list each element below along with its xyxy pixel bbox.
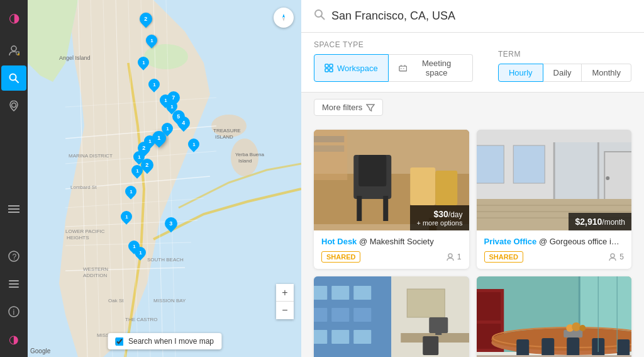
sidebar: ◑ 🔒 ? i ◑ xyxy=(0,0,28,357)
svg-rect-103 xyxy=(353,286,371,300)
svg-rect-105 xyxy=(331,308,349,322)
listing-info-1: Hot Desk @ Makeshift Society SHARED 1 xyxy=(314,230,469,269)
svg-rect-123 xyxy=(477,292,501,320)
sidebar-location[interactable] xyxy=(1,93,26,118)
monthly-label: Monthly xyxy=(592,68,621,77)
map-pin[interactable]: 1 xyxy=(138,57,149,68)
listing-highlight-2: Private Office xyxy=(484,237,537,246)
svg-line-57 xyxy=(321,16,325,20)
map-pin[interactable]: 1 xyxy=(131,165,143,176)
svg-marker-67 xyxy=(367,105,374,111)
svg-text:MISSION BAY: MISSION BAY xyxy=(153,298,186,303)
space-type-label: Space type xyxy=(314,40,473,49)
price-sub-1: + more options xyxy=(416,219,462,227)
svg-text:TREASURE: TREASURE xyxy=(213,128,241,133)
map-pin[interactable]: 1 xyxy=(121,211,132,222)
monthly-filter-btn[interactable]: Monthly xyxy=(582,64,631,82)
sidebar-list[interactable] xyxy=(1,271,26,297)
google-logo: Google xyxy=(30,348,50,354)
right-panel: Space type Workspace Meeting space Term … xyxy=(301,0,644,357)
daily-filter-btn[interactable]: Daily xyxy=(543,64,582,82)
svg-rect-59 xyxy=(330,64,333,67)
sidebar-logo-bottom[interactable]: ◑ xyxy=(1,327,26,352)
map-pin[interactable]: 1 xyxy=(162,123,173,134)
svg-text:SOUTH BEACH: SOUTH BEACH xyxy=(147,257,184,263)
svg-rect-104 xyxy=(314,308,327,322)
listing-card-1[interactable]: $30/day + more options Hot Desk @ Makesh… xyxy=(314,130,469,269)
svg-rect-73 xyxy=(383,196,388,221)
listing-card-4[interactable]: $50/hour Meeting Room @ Downtown Confere… xyxy=(477,276,632,357)
compass-button[interactable] xyxy=(274,8,294,28)
location-search-input[interactable] xyxy=(331,9,631,23)
map-pin[interactable]: 1 xyxy=(188,139,199,150)
sidebar-menu[interactable] xyxy=(1,196,26,222)
space-type-options: Workspace Meeting space xyxy=(314,54,473,82)
workspace-filter-btn[interactable]: Workspace xyxy=(314,54,389,82)
map-pin[interactable]: 1 xyxy=(148,79,160,90)
search-when-move-checkbox[interactable]: Search when I move map xyxy=(108,333,221,349)
more-filters-bar: More filters xyxy=(301,93,644,122)
svg-rect-114 xyxy=(435,332,441,335)
svg-line-4 xyxy=(16,80,19,83)
search-icon xyxy=(314,9,325,23)
svg-rect-133 xyxy=(564,330,582,337)
search-move-label[interactable]: Search when I move map xyxy=(128,337,214,346)
listing-rest-1: @ Makeshift Society xyxy=(359,237,434,246)
term-label: Term xyxy=(498,50,631,59)
hourly-label: Hourly xyxy=(509,68,533,77)
listing-capacity-1: 1 xyxy=(446,252,462,261)
zoom-in-button[interactable]: + xyxy=(276,284,294,302)
filters-bar: Space type Workspace Meeting space Term … xyxy=(301,33,644,93)
listing-card-3[interactable]: $30/hour Coworking @ SoMa Space SHARED 3 xyxy=(314,276,469,357)
listing-card-2[interactable]: $2,910/month Private Office @ Gorgeous o… xyxy=(477,130,632,269)
svg-rect-130 xyxy=(567,337,579,357)
more-filters-button[interactable]: More filters xyxy=(314,99,383,116)
map-pin[interactable]: 2 xyxy=(140,13,152,25)
svg-text:Angel Island: Angel Island xyxy=(59,55,91,61)
listing-info-2: Private Office @ Gorgeous office in Hist… xyxy=(477,230,632,269)
svg-point-98 xyxy=(611,254,614,258)
zoom-out-button[interactable]: − xyxy=(276,302,294,319)
svg-point-21 xyxy=(231,139,258,176)
svg-text:Yerba Buena: Yerba Buena xyxy=(235,152,265,157)
svg-text:MARINA DISTRICT: MARINA DISTRICT xyxy=(69,153,113,159)
svg-rect-132 xyxy=(617,339,630,357)
listing-image-2: $2,910/month xyxy=(477,130,632,230)
svg-rect-79 xyxy=(314,145,344,152)
sidebar-info[interactable]: i xyxy=(1,299,26,324)
meeting-space-filter-btn[interactable]: Meeting space xyxy=(389,54,473,82)
listing-image-1: $30/day + more options xyxy=(314,130,469,230)
listing-rest-2: @ Gorgeous office in Histo... xyxy=(539,237,624,246)
svg-text:🔒: 🔒 xyxy=(17,52,20,56)
map-pin[interactable]: 1 xyxy=(135,247,146,258)
sidebar-search[interactable] xyxy=(1,65,26,91)
svg-marker-54 xyxy=(282,14,285,18)
search-move-input[interactable] xyxy=(115,337,123,346)
svg-point-0 xyxy=(11,46,16,51)
svg-text:ADDITION: ADDITION xyxy=(83,273,107,278)
listing-highlight-1: Hot Desk xyxy=(321,237,357,246)
svg-rect-109 xyxy=(353,330,371,344)
svg-rect-115 xyxy=(423,336,438,355)
svg-rect-113 xyxy=(429,317,448,333)
svg-text:Island: Island xyxy=(238,158,252,164)
map-pin[interactable]: 4 xyxy=(177,116,190,129)
map-container[interactable]: Angel Island TREASURE ISLAND Yerba Buena… xyxy=(28,0,301,357)
svg-rect-11 xyxy=(9,280,19,281)
hourly-filter-btn[interactable]: Hourly xyxy=(498,64,543,82)
meeting-space-label: Meeting space xyxy=(411,59,462,77)
svg-point-135 xyxy=(572,322,580,331)
svg-rect-101 xyxy=(314,286,327,300)
svg-text:LOWER PACIFIC: LOWER PACIFIC xyxy=(65,229,105,234)
map-pin[interactable]: 3 xyxy=(165,217,177,230)
map-pin[interactable]: 1 xyxy=(146,35,157,46)
svg-rect-97 xyxy=(513,145,545,183)
svg-rect-71 xyxy=(358,155,386,186)
listing-image-3: $30/hour xyxy=(314,276,469,357)
svg-rect-96 xyxy=(477,145,504,183)
svg-rect-58 xyxy=(325,64,328,67)
logo-icon[interactable]: ◑ xyxy=(1,5,26,30)
sidebar-help[interactable]: ? xyxy=(1,244,26,269)
map-pin[interactable]: 1 xyxy=(125,186,136,197)
sidebar-profile[interactable]: 🔒 xyxy=(1,38,26,63)
